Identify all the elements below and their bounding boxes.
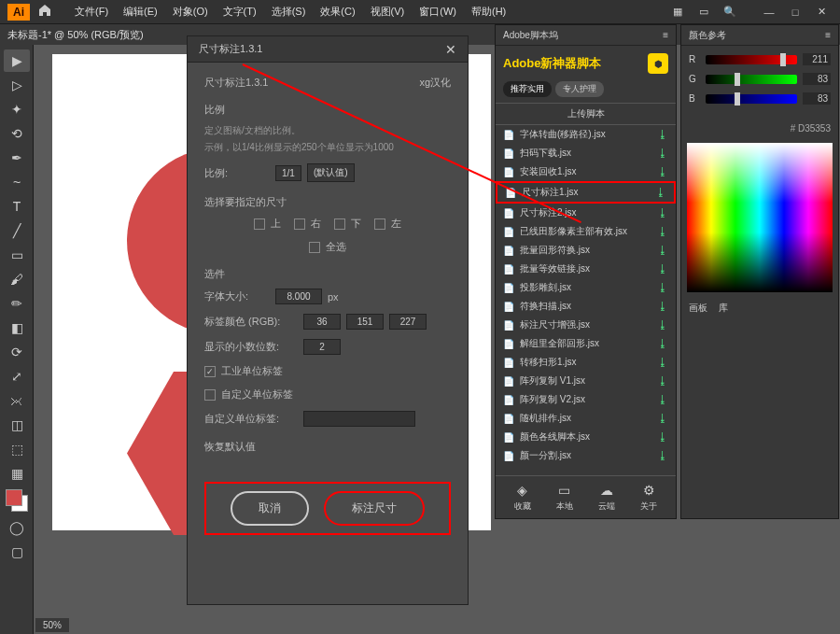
r-slider[interactable]: [706, 55, 797, 64]
script-item[interactable]: 📄阵列复制 V1.jsx⭳: [496, 372, 676, 390]
menu-effect[interactable]: 效果(C): [313, 5, 362, 19]
g-value[interactable]: 83: [803, 73, 831, 85]
download-icon[interactable]: ⭳: [657, 412, 668, 425]
custom-units-input[interactable]: [303, 411, 415, 427]
scripts-list[interactable]: 📄字体转曲(移路径).jsx⭳📄扫码下载.jsx⭳📄安装回收1.jsx⭳📄尺寸标…: [496, 125, 676, 475]
local-button[interactable]: ▭本地: [556, 482, 573, 513]
width-tool[interactable]: ⩙: [4, 389, 30, 412]
panel-menu-icon[interactable]: ≡: [663, 30, 668, 40]
free-transform-tool[interactable]: ◫: [4, 414, 30, 436]
maximize-button[interactable]: □: [784, 4, 806, 21]
about-button[interactable]: ⚙关于: [640, 482, 657, 513]
dim-right-checkbox[interactable]: [294, 218, 305, 230]
label-g-input[interactable]: [346, 314, 384, 330]
eraser-tool[interactable]: ◧: [4, 317, 30, 339]
download-icon[interactable]: ⭳: [657, 356, 668, 369]
download-icon[interactable]: ⭳: [657, 393, 668, 406]
script-item[interactable]: 📄符换扫描.jsx⭳: [496, 297, 676, 316]
workspace-icon[interactable]: ▦: [668, 3, 687, 21]
dialog-close-button[interactable]: ✕: [445, 42, 456, 57]
selection-tool[interactable]: ▶: [4, 49, 30, 72]
download-icon[interactable]: ⭳: [657, 128, 668, 141]
close-button[interactable]: ✕: [810, 4, 833, 21]
menu-view[interactable]: 视图(V): [363, 5, 413, 19]
b-slider[interactable]: [706, 94, 797, 104]
arrange-icon[interactable]: ▭: [694, 3, 713, 21]
scale-tool[interactable]: ⤢: [4, 365, 30, 387]
minimize-button[interactable]: —: [758, 4, 780, 21]
menu-help[interactable]: 帮助(H): [464, 5, 513, 19]
favorites-button[interactable]: ◈收藏: [514, 482, 531, 513]
script-item[interactable]: 📄字体转曲(移路径).jsx⭳: [496, 125, 676, 144]
ratio-default-select[interactable]: (默认值): [307, 163, 355, 182]
direct-selection-tool[interactable]: ▷: [4, 74, 30, 96]
font-size-input[interactable]: [275, 289, 322, 304]
zoom-level[interactable]: 50%: [35, 618, 69, 632]
draw-mode-icon[interactable]: ◯: [4, 516, 30, 539]
cloud-button[interactable]: ☁云端: [598, 482, 615, 513]
script-item[interactable]: 📄尺寸标注1.jsx⭳: [496, 181, 676, 204]
menu-window[interactable]: 窗口(W): [412, 5, 464, 19]
paintbrush-tool[interactable]: 🖌: [4, 268, 30, 290]
dim-top-checkbox[interactable]: [254, 218, 265, 230]
scripts-tab-recommended[interactable]: 推荐实用: [503, 81, 552, 97]
download-icon[interactable]: ⭳: [657, 374, 668, 387]
custom-units-checkbox[interactable]: [204, 389, 216, 401]
script-item[interactable]: 📄尺寸标注2.jsx⭳: [496, 204, 676, 222]
curvature-tool[interactable]: ~: [4, 171, 30, 193]
menu-object[interactable]: 对象(O): [165, 5, 216, 19]
script-item[interactable]: 📄投影雕刻.jsx⭳: [496, 278, 676, 297]
script-item[interactable]: 📄解组里全部回形.jsx⭳: [496, 334, 676, 353]
label-r-input[interactable]: [303, 314, 341, 330]
type-tool[interactable]: T: [4, 195, 30, 218]
b-value[interactable]: 83: [803, 92, 831, 105]
magic-wand-tool[interactable]: ✦: [4, 98, 30, 120]
hex-value[interactable]: # D35353: [681, 120, 838, 137]
download-icon[interactable]: ⭳: [657, 281, 668, 294]
download-icon[interactable]: ⭳: [657, 337, 668, 350]
screen-mode-icon[interactable]: ▢: [4, 541, 30, 563]
script-item[interactable]: 📄随机排作.jsx⭳: [496, 409, 676, 428]
label-b-input[interactable]: [389, 314, 427, 330]
script-item[interactable]: 📄批量等效链接.jsx⭳: [496, 260, 676, 278]
libraries-tab[interactable]: 库: [719, 302, 728, 315]
r-value[interactable]: 211: [803, 53, 831, 65]
script-item[interactable]: 📄颜色各线脚本.jsx⭳: [496, 428, 676, 446]
script-item[interactable]: 📄安装回收1.jsx⭳: [496, 162, 676, 181]
panel-menu-icon[interactable]: ≡: [825, 30, 831, 40]
scripts-tab-personal[interactable]: 专人护理: [555, 81, 604, 97]
home-icon[interactable]: [37, 3, 56, 21]
dim-left-checkbox[interactable]: [374, 218, 385, 230]
rectangle-tool[interactable]: ▭: [4, 244, 30, 266]
rotate-tool[interactable]: ⟳: [4, 341, 30, 363]
download-icon[interactable]: ⭳: [657, 206, 668, 219]
download-icon[interactable]: ⭳: [657, 165, 668, 178]
ratio-select[interactable]: 1/1: [275, 165, 301, 181]
menu-select[interactable]: 选择(S): [264, 5, 314, 19]
pen-tool[interactable]: ✒: [4, 147, 30, 169]
script-item[interactable]: 📄扫码下载.jsx⭳: [496, 144, 676, 162]
menu-edit[interactable]: 编辑(E): [116, 5, 165, 19]
cancel-button[interactable]: 取消: [231, 491, 309, 526]
dim-all-checkbox[interactable]: [309, 242, 320, 253]
download-icon[interactable]: ⭳: [657, 147, 668, 160]
download-icon[interactable]: ⭳: [657, 225, 668, 238]
script-item[interactable]: 📄已线田影像素主部有效.jsx⭳: [496, 222, 676, 241]
decimals-input[interactable]: [303, 339, 341, 355]
menu-type[interactable]: 文字(T): [216, 5, 264, 19]
g-slider[interactable]: [706, 75, 797, 84]
document-tab[interactable]: 未标题-1* @ 50% (RGB/预览): [7, 28, 144, 42]
lasso-tool[interactable]: ⟲: [4, 122, 30, 145]
script-item[interactable]: 📄批量回形符换.jsx⭳: [496, 241, 676, 260]
shape-builder-tool[interactable]: ⬚: [4, 438, 30, 460]
swatches-tab[interactable]: 画板: [689, 302, 707, 315]
search-icon[interactable]: 🔍: [721, 3, 739, 21]
shaper-tool[interactable]: ✏: [4, 292, 30, 315]
download-icon[interactable]: ⭳: [655, 186, 666, 199]
download-icon[interactable]: ⭳: [657, 300, 668, 313]
download-icon[interactable]: ⭳: [657, 449, 668, 462]
gradient-tool[interactable]: ▦: [4, 462, 30, 485]
script-item[interactable]: 📄转移扫形1.jsx⭳: [496, 353, 676, 372]
color-swatch[interactable]: [6, 489, 28, 512]
script-item[interactable]: 📄颜一分割.jsx⭳: [496, 446, 676, 465]
